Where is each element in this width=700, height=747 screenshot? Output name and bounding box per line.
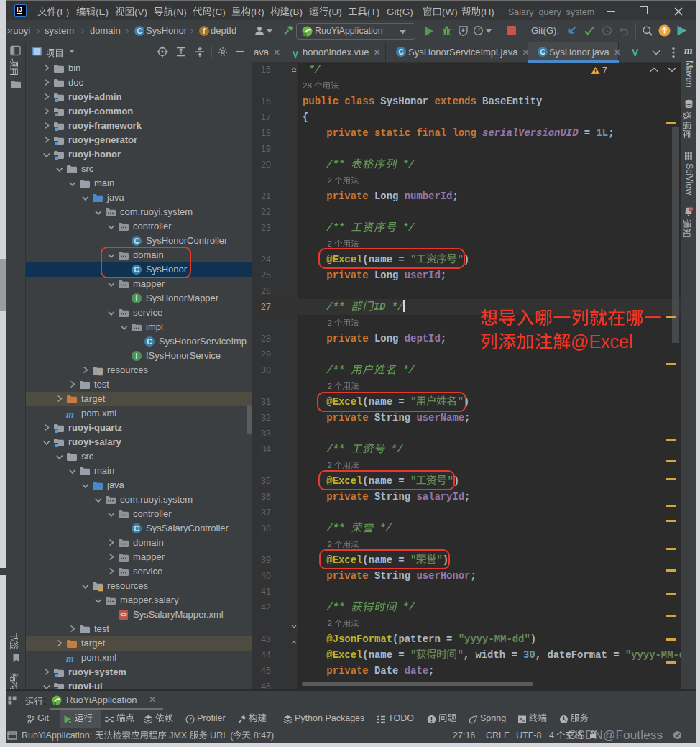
svg-text:I: I bbox=[136, 352, 138, 360]
svg-text:C: C bbox=[134, 525, 139, 533]
svg-text:C: C bbox=[147, 338, 152, 346]
svg-text:<>: <> bbox=[120, 612, 127, 619]
svg-text:C: C bbox=[398, 48, 403, 56]
svg-text:C: C bbox=[540, 48, 545, 56]
svg-text:I: I bbox=[136, 295, 138, 303]
svg-text:C: C bbox=[134, 237, 139, 245]
svg-text:C: C bbox=[137, 27, 142, 35]
